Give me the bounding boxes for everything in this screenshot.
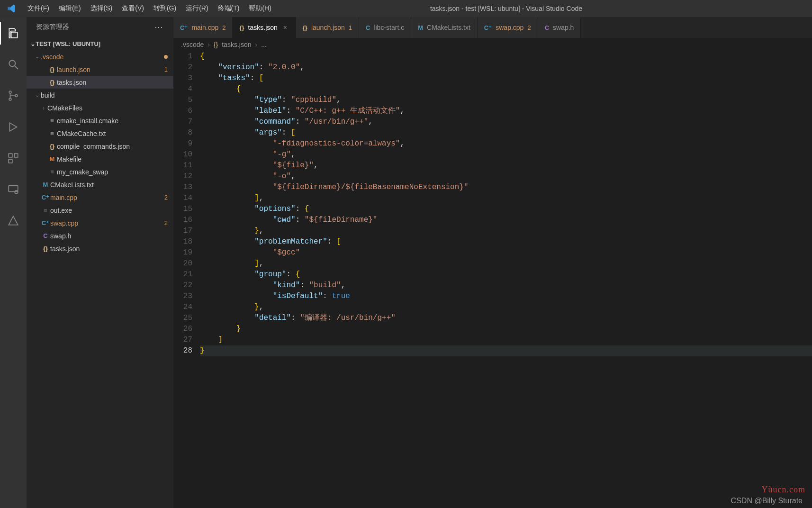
source-control-icon[interactable] <box>0 84 27 107</box>
tab-label: swap.cpp <box>496 24 523 31</box>
tree-item-label: compile_commands.json <box>57 143 168 150</box>
tree-file[interactable]: ≡cmake_install.cmake <box>27 114 173 127</box>
tree-file[interactable]: {}launch.json1 <box>27 63 173 76</box>
menu-item[interactable]: 转到(G) <box>149 4 181 13</box>
tree-file[interactable]: MMakefile <box>27 153 173 165</box>
code-line: ], <box>200 258 812 269</box>
explorer-icon[interactable] <box>0 22 27 45</box>
tree-item-label: cmake_install.cmake <box>57 117 168 125</box>
sidebar: 资源管理器 ⋯ ⌄ TEST [WSL: UBUNTU] ⌄.vscode{}l… <box>27 17 173 508</box>
editor-tab[interactable]: MCMakeLists.txt <box>411 17 478 38</box>
tree-item-label: CMakeFiles <box>47 104 168 112</box>
file-icon: C⁺ <box>180 24 188 31</box>
chevron-icon: ⌄ <box>33 92 41 98</box>
menu-item[interactable]: 运行(R) <box>181 4 213 13</box>
file-icon: C⁺ <box>41 219 50 227</box>
tree-file[interactable]: C⁺swap.cpp2 <box>27 217 173 229</box>
code-editor[interactable]: 1234567891011121314151617181920212223242… <box>173 51 812 508</box>
code-line: "args": [ <box>200 127 812 138</box>
tree-file[interactable]: {}tasks.json <box>27 242 173 255</box>
menu-bar: 文件(F)编辑(E)选择(S)查看(V)转到(G)运行(R)终端(T)帮助(H) <box>23 4 276 13</box>
title-bar: 文件(F)编辑(E)选择(S)查看(V)转到(G)运行(R)终端(T)帮助(H)… <box>0 0 812 17</box>
close-icon[interactable]: × <box>281 24 289 31</box>
json-icon: {} <box>214 41 218 48</box>
editor-area: C⁺main.cpp2{}tasks.json×{}launch.json1Cl… <box>173 17 812 508</box>
file-tree: ⌄.vscode{}launch.json1{}tasks.json⌄build… <box>27 50 173 508</box>
line-number: 12 <box>173 171 192 182</box>
tree-folder[interactable]: ⌄build <box>27 89 173 101</box>
line-number: 19 <box>173 247 192 258</box>
tree-item-label: swap.h <box>50 232 168 240</box>
cmake-icon[interactable] <box>0 209 27 232</box>
code-line: "label": "C/C++: g++ 生成活动文件", <box>200 106 812 117</box>
file-icon: M <box>47 155 57 163</box>
code-line: } <box>200 345 812 356</box>
project-name: TEST [WSL: UBUNTU] <box>36 40 100 47</box>
chevron-icon: › <box>40 105 47 111</box>
editor-tab[interactable]: Cswap.h <box>538 17 581 38</box>
run-debug-icon[interactable] <box>0 116 27 138</box>
project-header[interactable]: ⌄ TEST [WSL: UBUNTU] <box>27 37 173 50</box>
svg-rect-7 <box>9 159 12 163</box>
editor-tab[interactable]: {}launch.json1 <box>296 17 359 38</box>
tree-item-label: CMakeCache.txt <box>57 130 168 137</box>
extensions-icon[interactable] <box>0 147 27 170</box>
modified-badge: 2 <box>164 194 168 201</box>
more-icon[interactable]: ⋯ <box>154 22 164 32</box>
code-line: { <box>200 84 812 95</box>
line-number: 28 <box>173 345 192 356</box>
breadcrumb[interactable]: .vscode › {} tasks.json › ... <box>173 38 812 51</box>
editor-tab[interactable]: Clibc-start.c <box>359 17 411 38</box>
modified-badge: 2 <box>527 24 531 31</box>
line-number: 26 <box>173 324 192 335</box>
search-icon[interactable] <box>0 53 27 76</box>
menu-item[interactable]: 文件(F) <box>23 4 54 13</box>
menu-item[interactable]: 查看(V) <box>117 4 149 13</box>
tree-file[interactable]: MCMakeLists.txt <box>27 178 173 191</box>
tree-folder[interactable]: ⌄.vscode <box>27 50 173 63</box>
menu-item[interactable]: 终端(T) <box>213 4 244 13</box>
line-number: 8 <box>173 127 192 138</box>
code-content[interactable]: { "version": "2.0.0", "tasks": [ { "type… <box>200 51 812 508</box>
tree-item-label: Makefile <box>57 155 168 163</box>
code-line: "tasks": [ <box>200 73 812 84</box>
editor-tab[interactable]: {}tasks.json× <box>233 17 296 38</box>
sidebar-header: 资源管理器 ⋯ <box>27 17 173 37</box>
code-line: "isDefault": true <box>200 291 812 302</box>
line-number: 10 <box>173 149 192 160</box>
line-number: 23 <box>173 291 192 302</box>
file-icon: C⁺ <box>41 194 50 201</box>
tree-item-label: tasks.json <box>57 79 168 86</box>
line-number: 9 <box>173 138 192 149</box>
tree-file[interactable]: C⁺main.cpp2 <box>27 191 173 204</box>
menu-item[interactable]: 帮助(H) <box>244 4 276 13</box>
tree-item-label: my_cmake_swap <box>57 168 168 176</box>
tree-file[interactable]: ≡CMakeCache.txt <box>27 127 173 140</box>
code-line: "kind": "build", <box>200 280 812 291</box>
remote-explorer-icon[interactable] <box>0 178 27 201</box>
line-number: 1 <box>173 51 192 62</box>
tree-folder[interactable]: ›CMakeFiles <box>27 101 173 114</box>
watermark: Yùucn.com <box>762 485 805 495</box>
code-line: "-g", <box>200 149 812 160</box>
editor-tab[interactable]: C⁺swap.cpp2 <box>478 17 538 38</box>
editor-tab[interactable]: C⁺main.cpp2 <box>173 17 233 38</box>
tree-file[interactable]: {}compile_commands.json <box>27 140 173 153</box>
svg-point-3 <box>9 98 11 100</box>
menu-item[interactable]: 编辑(E) <box>54 4 86 13</box>
svg-rect-5 <box>9 154 12 157</box>
svg-point-0 <box>9 60 15 66</box>
tree-file[interactable]: ≡out.exe <box>27 204 173 217</box>
svg-point-2 <box>9 91 11 93</box>
line-number: 17 <box>173 226 192 236</box>
tree-file[interactable]: ≡my_cmake_swap <box>27 165 173 178</box>
menu-item[interactable]: 选择(S) <box>86 4 117 13</box>
modified-badge: 2 <box>164 219 168 227</box>
code-line: "group": { <box>200 269 812 280</box>
tree-file[interactable]: {}tasks.json <box>27 76 173 89</box>
line-number: 4 <box>173 84 192 95</box>
code-line: }, <box>200 302 812 313</box>
chevron-right-icon: › <box>255 41 258 48</box>
tree-file[interactable]: Cswap.h <box>27 229 173 242</box>
file-icon: M <box>41 181 50 188</box>
